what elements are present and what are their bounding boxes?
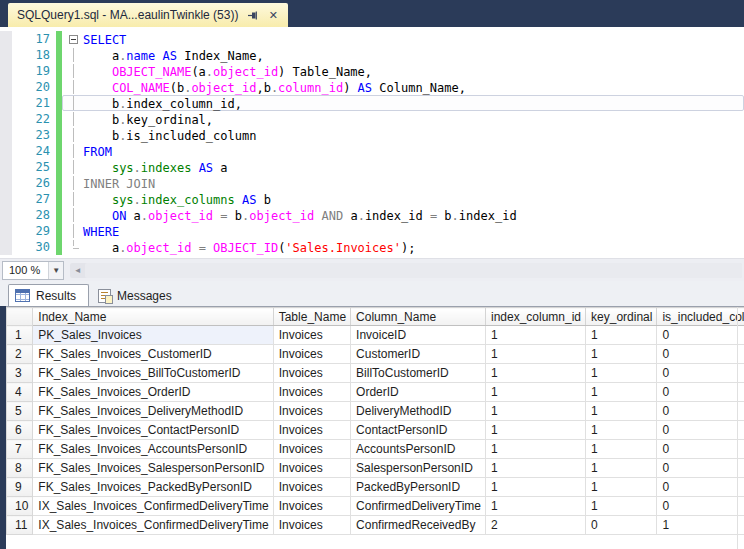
grid-cell[interactable]: 0: [657, 459, 744, 478]
line-number[interactable]: 23: [12, 127, 56, 143]
grid-cell[interactable]: 1: [657, 516, 744, 535]
code-line-19[interactable]: 19 OBJECT_NAME(a.object_id) Table_Name,: [0, 63, 744, 79]
column-header-index_column_id[interactable]: index_column_id: [485, 308, 585, 326]
row-header[interactable]: 11: [7, 516, 33, 535]
row-header[interactable]: 9: [7, 478, 33, 497]
grid-cell[interactable]: Invoices: [273, 459, 350, 478]
row-header[interactable]: 8: [7, 459, 33, 478]
indicator-margin[interactable]: [0, 191, 12, 207]
code-line-25[interactable]: 25 sys.indexes AS a: [0, 159, 744, 175]
column-header-column_name[interactable]: Column_Name: [351, 308, 486, 326]
grid-cell[interactable]: Invoices: [273, 497, 350, 516]
grid-cell[interactable]: DeliveryMethodID: [351, 402, 486, 421]
close-icon[interactable]: ✕: [266, 8, 280, 22]
indicator-margin[interactable]: [0, 95, 12, 111]
grid-cell[interactable]: 0: [657, 421, 744, 440]
grid-cell[interactable]: Invoices: [273, 345, 350, 364]
grid-cell[interactable]: 0: [657, 440, 744, 459]
grid-cell[interactable]: 2: [485, 516, 585, 535]
grid-cell[interactable]: 1: [485, 459, 585, 478]
indicator-margin[interactable]: [0, 159, 12, 175]
line-number[interactable]: 19: [12, 63, 56, 79]
code-line-29[interactable]: 29WHERE: [0, 223, 744, 239]
code-line-17[interactable]: 17SELECT: [0, 31, 744, 47]
column-header-is_included_column[interactable]: is_included_column: [657, 308, 744, 326]
grid-cell[interactable]: 1: [586, 326, 657, 345]
grid-cell[interactable]: ContactPersonID: [351, 421, 486, 440]
row-header[interactable]: 4: [7, 383, 33, 402]
grid-cell[interactable]: 0: [586, 516, 657, 535]
grid-cell[interactable]: 1: [485, 326, 585, 345]
grid-cell[interactable]: InvoiceID: [351, 326, 486, 345]
line-number[interactable]: 29: [12, 223, 56, 239]
code-line-23[interactable]: 23 b.is_included_column: [0, 127, 744, 143]
grid-cell[interactable]: 1: [485, 497, 585, 516]
grid-cell[interactable]: 1: [586, 440, 657, 459]
grid-cell[interactable]: 0: [657, 497, 744, 516]
grid-cell[interactable]: ConfirmedReceivedBy: [351, 516, 486, 535]
grid-cell[interactable]: CustomerID: [351, 345, 486, 364]
indicator-margin[interactable]: [0, 223, 12, 239]
grid-cell[interactable]: FK_Sales_Invoices_OrderID: [33, 383, 273, 402]
column-header-index_name[interactable]: Index_Name: [33, 308, 273, 326]
column-header-table_name[interactable]: Table_Name: [273, 308, 350, 326]
row-header[interactable]: 1: [7, 326, 33, 345]
line-number[interactable]: 18: [12, 47, 56, 63]
grid-cell[interactable]: 1: [586, 459, 657, 478]
grid-cell[interactable]: FK_Sales_Invoices_CustomerID: [33, 345, 273, 364]
line-number[interactable]: 25: [12, 159, 56, 175]
editor-horizontal-scrollbar[interactable]: ◄: [70, 263, 742, 278]
grid-cell[interactable]: 1: [485, 364, 585, 383]
grid-cell[interactable]: Invoices: [273, 421, 350, 440]
line-number[interactable]: 24: [12, 143, 56, 159]
grid-cell[interactable]: 0: [657, 383, 744, 402]
grid-cell[interactable]: Invoices: [273, 364, 350, 383]
chevron-down-icon[interactable]: ▼: [48, 262, 63, 279]
indicator-margin[interactable]: [0, 127, 12, 143]
indicator-margin[interactable]: [0, 175, 12, 191]
grid-cell[interactable]: 1: [586, 478, 657, 497]
grid-cell[interactable]: FK_Sales_Invoices_DeliveryMethodID: [33, 402, 273, 421]
grid-cell[interactable]: 0: [657, 345, 744, 364]
scroll-left-icon[interactable]: ◄: [70, 266, 85, 275]
grid-cell[interactable]: Invoices: [273, 402, 350, 421]
row-header[interactable]: 10: [7, 497, 33, 516]
grid-cell[interactable]: SalespersonPersonID: [351, 459, 486, 478]
grid-cell[interactable]: Invoices: [273, 478, 350, 497]
grid-cell[interactable]: 1: [586, 364, 657, 383]
grid-cell[interactable]: FK_Sales_Invoices_AccountsPersonID: [33, 440, 273, 459]
grid-cell[interactable]: Invoices: [273, 326, 350, 345]
grid-cell[interactable]: FK_Sales_Invoices_SalespersonPersonID: [33, 459, 273, 478]
row-header[interactable]: 7: [7, 440, 33, 459]
grid-cell[interactable]: FK_Sales_Invoices_BillToCustomerID: [33, 364, 273, 383]
code-line-24[interactable]: 24FROM: [0, 143, 744, 159]
grid-cell[interactable]: Invoices: [273, 516, 350, 535]
grid-cell[interactable]: Invoices: [273, 383, 350, 402]
zoom-dropdown[interactable]: 100 % ▼: [2, 261, 64, 280]
line-number[interactable]: 21: [12, 95, 56, 111]
line-number[interactable]: 28: [12, 207, 56, 223]
grid-cell[interactable]: FK_Sales_Invoices_ContactPersonID: [33, 421, 273, 440]
line-number[interactable]: 30: [12, 239, 56, 255]
grid-cell[interactable]: 1: [485, 345, 585, 364]
grid-cell[interactable]: 1: [485, 478, 585, 497]
grid-cell[interactable]: 0: [657, 364, 744, 383]
column-header-key_ordinal[interactable]: key_ordinal: [586, 308, 657, 326]
collapse-region-icon[interactable]: [67, 32, 83, 46]
row-header[interactable]: 5: [7, 402, 33, 421]
grid-cell[interactable]: PackedByPersonID: [351, 478, 486, 497]
line-number[interactable]: 17: [12, 31, 56, 47]
grid-cell[interactable]: 1: [586, 497, 657, 516]
grid-cell[interactable]: BillToCustomerID: [351, 364, 486, 383]
indicator-margin[interactable]: [0, 239, 12, 255]
code-line-27[interactable]: 27 sys.index_columns AS b: [0, 191, 744, 207]
tab-messages[interactable]: Messages: [91, 284, 185, 306]
code-line-28[interactable]: 28 ON a.object_id = b.object_id AND a.in…: [0, 207, 744, 223]
document-tab-sqlquery1[interactable]: SQLQuery1.sql - MA...eaulinTwinkle (53))…: [8, 3, 288, 27]
indicator-margin[interactable]: [0, 79, 12, 95]
code-line-26[interactable]: 26INNER JOIN: [0, 175, 744, 191]
code-line-30[interactable]: 30 a.object_id = OBJECT_ID('Sales.Invoic…: [0, 239, 744, 255]
indicator-margin[interactable]: [0, 31, 12, 47]
grid-cell-focused[interactable]: PK_Sales_Invoices: [33, 326, 273, 345]
grid-cell[interactable]: AccountsPersonID: [351, 440, 486, 459]
